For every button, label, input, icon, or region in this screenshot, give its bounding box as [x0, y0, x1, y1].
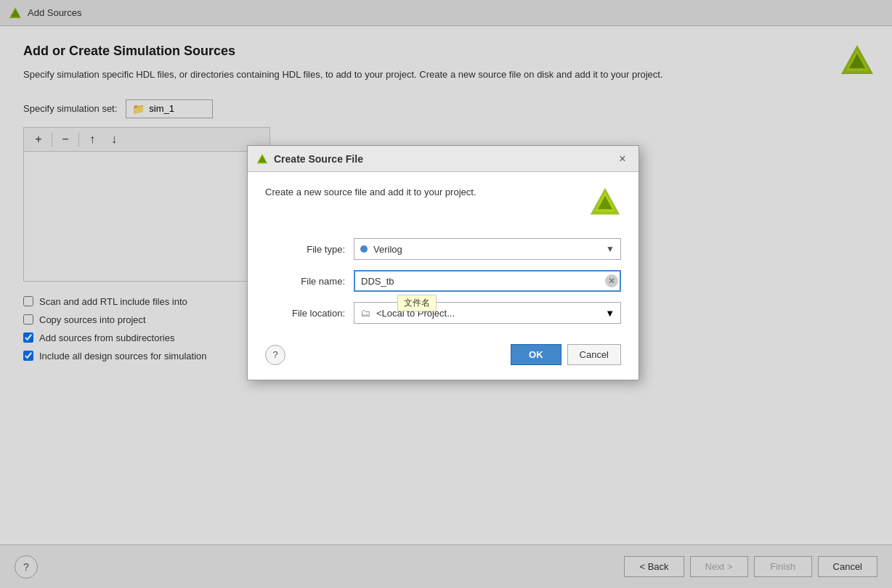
modal-overlay: Create Source File × Create a new source…	[0, 0, 892, 588]
chevron-down-icon: ▼	[606, 244, 615, 254]
modal-buttons: ? OK Cancel	[265, 338, 621, 365]
modal-action-buttons: OK Cancel	[511, 344, 621, 365]
file-location-label: File location:	[265, 308, 345, 319]
location-folder-icon: 🗂	[360, 307, 370, 319]
location-chevron-icon: ▼	[605, 308, 615, 319]
file-type-label: File type:	[265, 244, 345, 255]
modal-help-button[interactable]: ?	[265, 345, 285, 365]
modal-cancel-button[interactable]: Cancel	[567, 344, 621, 365]
file-location-row: File location: 🗂 <Local to Project... ▼	[265, 302, 621, 324]
modal-logo-icon	[256, 153, 268, 165]
file-name-input[interactable]	[354, 270, 621, 292]
clear-filename-button[interactable]: ✕	[605, 274, 618, 287]
modal-desc-row: Create a new source file and add it to y…	[265, 187, 621, 221]
file-location-wrapper: 🗂 <Local to Project... ▼	[354, 302, 621, 324]
file-name-input-wrapper: ✕	[354, 270, 621, 292]
filename-tooltip: 文件名	[397, 295, 437, 311]
file-name-label: File name:	[265, 276, 345, 287]
create-source-dialog: Create Source File × Create a new source…	[247, 145, 639, 380]
file-name-wrapper: ✕ 文件名	[354, 270, 621, 292]
modal-title-left: Create Source File	[256, 153, 363, 165]
file-location-dropdown[interactable]: 🗂 <Local to Project... ▼	[354, 302, 621, 324]
file-name-row: File name: ✕ 文件名	[265, 270, 621, 292]
modal-title-text: Create Source File	[274, 153, 363, 165]
modal-form: File type: Verilog ▼ File name:	[265, 238, 621, 324]
file-type-row: File type: Verilog ▼	[265, 238, 621, 260]
modal-vivado-logo	[589, 187, 621, 221]
file-type-dropdown[interactable]: Verilog ▼	[354, 238, 621, 260]
close-icon: ×	[619, 152, 625, 166]
modal-help-icon: ?	[272, 349, 277, 360]
file-type-value: Verilog	[373, 244, 600, 255]
modal-title-bar: Create Source File ×	[248, 146, 638, 172]
file-type-wrapper: Verilog ▼	[354, 238, 621, 260]
modal-close-button[interactable]: ×	[615, 152, 630, 166]
modal-body: Create a new source file and add it to y…	[248, 172, 638, 380]
modal-desc-text: Create a new source file and add it to y…	[265, 187, 577, 197]
file-type-dot	[360, 245, 368, 253]
ok-button[interactable]: OK	[511, 344, 561, 365]
